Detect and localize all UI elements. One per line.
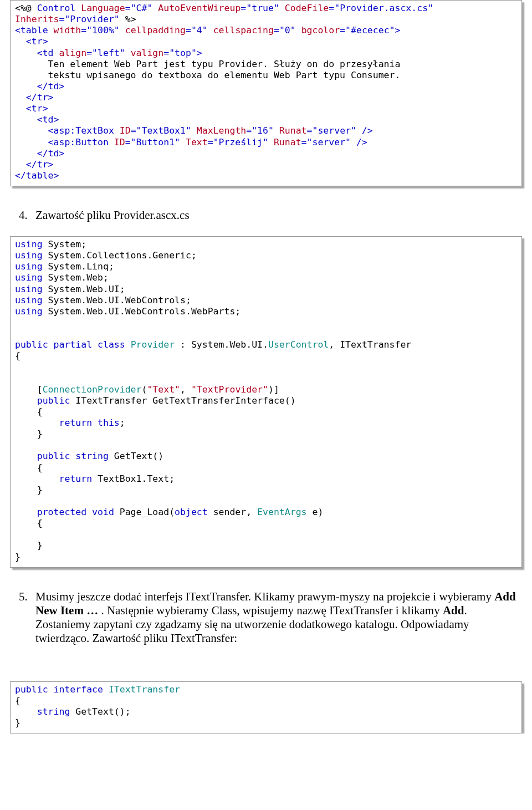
- code-block-ascx: <%@ Control Language="C#" AutoEventWireu…: [10, 0, 522, 186]
- code-line: {: [15, 462, 43, 473]
- code-block-csharp: using System; using System.Collections.G…: [10, 236, 522, 568]
- code-line: }: [15, 485, 43, 495]
- code-line: return TextBox1.Text;: [15, 473, 175, 484]
- list-text: Musimy jeszcze dodać interfejs ITextTran…: [35, 590, 523, 645]
- list-item-4: 4. Zawartość pliku Provider.ascx.cs: [19, 208, 532, 222]
- code-line: </tr>: [15, 159, 54, 170]
- code-line: </tr>: [15, 92, 54, 103]
- list-item-5: 5. Musimy jeszcze dodać interfejs ITextT…: [19, 590, 532, 645]
- code-line: using System;: [15, 239, 86, 249]
- code-line: using System.Collections.Generic;: [15, 250, 197, 261]
- bold-add: Add: [443, 604, 464, 617]
- code-line: {: [15, 695, 21, 706]
- code-line: public interface ITextTransfer: [15, 684, 180, 695]
- code-line: [ConnectionProvider("Text", "TextProvide…: [15, 384, 279, 395]
- code-line: protected void Page_Load(object sender, …: [15, 507, 323, 517]
- code-line: </td>: [15, 148, 64, 159]
- code-line: public partial class Provider : System.W…: [15, 339, 411, 350]
- code-line: using System.Web.UI.WebControls.WebParts…: [15, 306, 241, 317]
- code-line: public string GetText(): [15, 451, 163, 461]
- code-line: {: [15, 518, 43, 528]
- code-line: <td>: [15, 114, 59, 125]
- code-line: Inherits="Provider" %>: [15, 14, 136, 24]
- code-line: tekstu wpisanego do textboxa do elementu…: [15, 70, 400, 80]
- code-line: Ten element Web Part jest typu Provider.…: [15, 59, 400, 69]
- code-line: <asp:Button ID="Button1" Text="Prześlij"…: [15, 137, 367, 147]
- code-line: using System.Web.UI;: [15, 284, 125, 294]
- code-line: </table>: [15, 170, 59, 181]
- list-text: Zawartość pliku Provider.ascx.cs: [35, 208, 190, 222]
- code-line: <%@ Control Language="C#" AutoEventWireu…: [15, 3, 433, 13]
- code-line: using System.Web.UI.WebControls;: [15, 295, 191, 305]
- code-line: public ITextTransfer GetTextTransferInte…: [15, 395, 296, 406]
- code-block-interface: public interface ITextTransfer { string …: [10, 681, 522, 734]
- code-line: return this;: [15, 417, 125, 428]
- code-line: <table width="100%" cellpadding="4" cell…: [15, 25, 400, 35]
- code-line: <asp:TextBox ID="TextBox1" MaxLength="16…: [15, 125, 373, 136]
- code-line: using System.Linq;: [15, 261, 114, 272]
- code-line: }: [15, 429, 43, 439]
- code-line: <tr>: [15, 103, 48, 114]
- list-number: 5.: [19, 590, 35, 645]
- code-line: <tr>: [15, 36, 48, 47]
- code-line: }: [15, 717, 21, 728]
- list-number: 4.: [19, 208, 35, 222]
- code-line: <td align="left" valign="top">: [15, 48, 202, 58]
- code-line: }: [15, 552, 21, 562]
- code-line: </td>: [15, 81, 64, 91]
- code-line: using System.Web;: [15, 272, 109, 283]
- code-line: string GetText();: [15, 706, 131, 717]
- code-line: }: [15, 540, 43, 551]
- code-line: {: [15, 406, 43, 417]
- code-line: {: [15, 350, 21, 361]
